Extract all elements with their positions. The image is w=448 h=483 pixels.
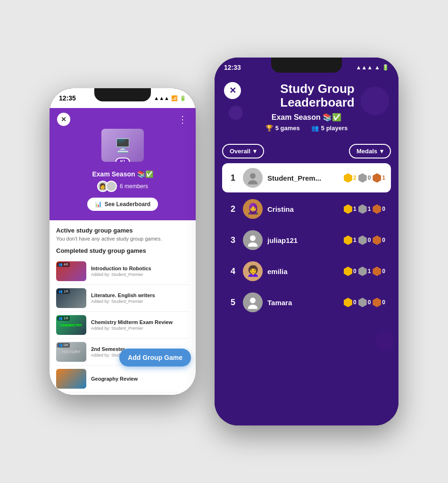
game-thumb-geo	[56, 369, 86, 389]
lb-stat-games: 🏆 5 games	[265, 125, 300, 132]
lb-stats: 🏆 5 games 👥 5 players	[224, 125, 389, 132]
game-thumb-robotics: 👥 4/6	[56, 261, 86, 281]
right-signal-icon: ▲▲▲	[356, 64, 373, 71]
group-banner: K! Exam Season 📚✅ 👩 6 members See Leader…	[50, 126, 196, 211]
lb-name-1: Student_Prem...	[267, 174, 339, 182]
game-item-chem[interactable]: CHEMISTRY 👥 1/6 Chemistry Midterm Exam R…	[56, 312, 189, 339]
left-screen: ✕ ⋮ K! Exam Season 📚✅ 👩 6 members	[50, 108, 196, 395]
trophy-icon: 🏆	[265, 125, 273, 132]
battery-icon: 🔋	[180, 95, 186, 101]
silver-medal-3: 0	[358, 235, 371, 245]
lb-rank-4: 4	[228, 266, 238, 276]
bronze-medal-3: 0	[373, 235, 385, 245]
lb-close-button[interactable]: ✕	[224, 82, 241, 99]
bronze-medal-4: 0	[373, 266, 385, 276]
avatar-stack: 👩	[97, 181, 117, 192]
lb-rank-1: 1	[228, 173, 238, 183]
game-item-robotics[interactable]: 👥 4/6 Introduction to Robotics Added by:…	[56, 258, 189, 285]
right-screen: ✕ Study Group Leaderboard Exam Season 📚✅…	[215, 77, 398, 425]
bronze-medal-5: 0	[373, 298, 385, 307]
right-status-icons: ▲▲▲ ▲ 🔋	[356, 64, 389, 71]
see-leaderboard-button[interactable]: See Leaderboard	[87, 198, 158, 211]
thumb-count-1: 👥 4/6	[57, 262, 70, 267]
thumb-count-3: 👥 1/6	[57, 316, 70, 321]
lb-avatar-4: 👩‍🦱	[243, 261, 263, 281]
thumb-count-4: 👥 0/6	[57, 343, 70, 348]
left-notch	[94, 88, 151, 101]
silver-medal-4: 1	[358, 266, 371, 276]
gold-medal-2: 1	[344, 204, 357, 214]
game-title-2: Literature. English writers	[91, 292, 189, 298]
lb-medals-5: 0 0 0	[344, 298, 385, 307]
lb-title: Study Group Leaderboard	[246, 82, 389, 109]
lb-name-5: Tamara	[267, 299, 339, 307]
game-item-geo[interactable]: Geography Review	[56, 366, 189, 392]
lb-list: 1 Student_Prem... 2 0 1	[215, 163, 398, 317]
game-title-3: Chemistry Midterm Exam Review	[91, 319, 189, 325]
filter-medals-button[interactable]: Medals ▾	[349, 144, 391, 158]
lb-row-5: 5 Tamara 0 0 0	[222, 288, 391, 317]
lb-row-1: 1 Student_Prem... 2 0 1	[222, 163, 391, 192]
more-button[interactable]: ⋮	[178, 114, 188, 125]
svg-point-4	[250, 298, 256, 303]
left-header-top: ✕ ⋮	[50, 108, 196, 126]
svg-point-0	[250, 173, 256, 179]
game-item-lit[interactable]: 👥 1/6 Literature. English writers Added …	[56, 285, 189, 312]
silver-medal-2: 1	[358, 204, 371, 214]
players-icon: 👥	[311, 125, 319, 132]
gold-medal-1: 2	[344, 173, 357, 183]
game-title-5: Geography Review	[91, 376, 189, 382]
lb-avatar-5	[243, 292, 263, 312]
banner-image: K!	[101, 129, 144, 162]
chevron-down-icon: ▾	[253, 148, 257, 155]
game-thumb-chem: CHEMISTRY 👥 1/6	[56, 315, 86, 335]
lb-row-2: 2 🧕 Cristina 1 1 0	[222, 194, 391, 224]
lb-avatar-1	[243, 168, 263, 188]
hist-label: HISTORY	[62, 350, 81, 354]
game-info-5: Geography Review	[91, 376, 189, 382]
wifi-icon: 📶	[171, 95, 178, 101]
chem-label: CHEMISTRY	[60, 323, 83, 327]
lb-rank-3: 3	[228, 235, 238, 245]
completed-section-title: Completed study group games	[56, 247, 189, 254]
lb-rank-5: 5	[228, 298, 238, 308]
right-notch	[271, 58, 342, 73]
members-count: 6 members	[120, 183, 148, 190]
svg-point-3	[248, 242, 257, 247]
kahoot-badge: K!	[116, 158, 130, 162]
silver-medal-1: 0	[358, 173, 371, 183]
gold-medal-5: 0	[344, 298, 357, 307]
add-group-game-button[interactable]: Add Group Game	[119, 349, 191, 366]
no-active-games-text: You don't have any active study group ga…	[56, 236, 189, 242]
gold-medal-3: 1	[344, 235, 357, 245]
lb-avatar-3	[243, 230, 263, 250]
thumb-count-2: 👥 1/6	[57, 289, 70, 294]
avatar-2	[106, 181, 117, 192]
close-button[interactable]: ✕	[57, 113, 70, 126]
svg-point-5	[248, 305, 257, 309]
lb-name-3: juliap121	[267, 236, 339, 244]
right-status-time: 12:33	[224, 64, 241, 71]
left-header: ✕ ⋮ K! Exam Season 📚✅ 👩 6 members	[50, 108, 196, 220]
game-info-1: Introduction to Robotics Added by: Stude…	[91, 266, 189, 277]
group-name: Exam Season 📚✅	[92, 170, 153, 178]
lb-medals-4: 0 1 0	[344, 266, 385, 276]
game-added-2: Added by: Student_Premier	[91, 299, 189, 304]
lb-filters: Overall ▾ Medals ▾	[215, 144, 398, 158]
gold-medal-4: 0	[344, 266, 357, 276]
lb-medals-2: 1 1 0	[344, 204, 385, 214]
lb-medals-3: 1 0 0	[344, 235, 385, 245]
right-wifi-icon: ▲	[374, 64, 380, 71]
game-title-1: Introduction to Robotics	[91, 266, 189, 271]
game-added-1: Added by: Student_Premier	[91, 272, 189, 277]
deco-dot-3	[375, 332, 394, 351]
bronze-medal-1: 1	[373, 173, 385, 183]
bronze-medal-2: 0	[373, 204, 385, 214]
filter-overall-button[interactable]: Overall ▾	[222, 144, 264, 158]
signal-icon: ▲▲▲	[154, 95, 169, 101]
active-section-title: Active study group games	[56, 227, 189, 234]
lb-row-3: 3 juliap121 1 0 0	[222, 225, 391, 255]
lb-stat-players: 👥 5 players	[311, 125, 348, 132]
silver-medal-5: 0	[358, 298, 371, 307]
lb-medals-1: 2 0 1	[344, 173, 385, 183]
